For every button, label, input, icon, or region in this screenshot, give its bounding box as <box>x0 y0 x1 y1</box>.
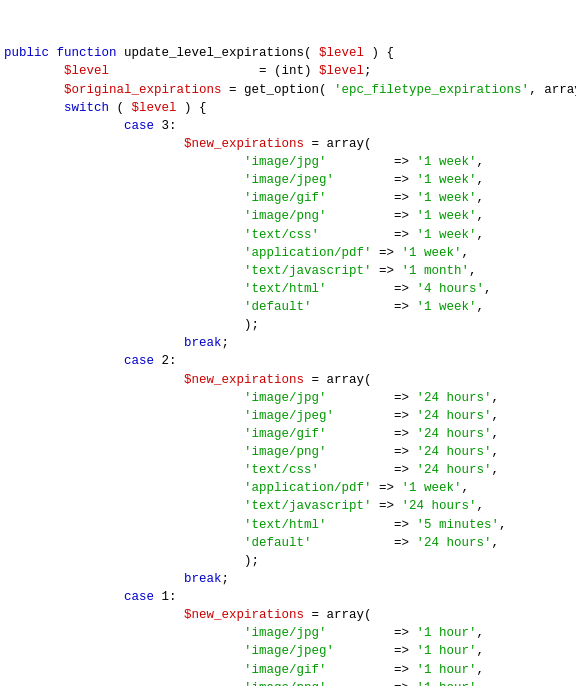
code-line-4: switch ( $level ) { <box>0 99 576 117</box>
code-line-7: 'image/jpg' => '1 week', <box>0 153 576 171</box>
code-line-9: 'image/gif' => '1 week', <box>0 189 576 207</box>
code-line-2: $level = (int) $level; <box>0 62 576 80</box>
code-line-6: $new_expirations = array( <box>0 135 576 153</box>
code-line-25: 'text/css' => '24 hours', <box>0 461 576 479</box>
code-lines: public function update_level_expirations… <box>0 44 576 686</box>
code-line-28: 'text/html' => '5 minutes', <box>0 516 576 534</box>
code-line-35: 'image/jpg' => '1 hour', <box>0 624 576 642</box>
code-line-37: 'image/gif' => '1 hour', <box>0 661 576 679</box>
code-line-10: 'image/png' => '1 week', <box>0 207 576 225</box>
code-line-16: ); <box>0 316 576 334</box>
code-line-33: case 1: <box>0 588 576 606</box>
code-line-17: break; <box>0 334 576 352</box>
code-line-20: $new_expirations = array( <box>0 371 576 389</box>
code-line-15: 'default' => '1 week', <box>0 298 576 316</box>
code-line-11: 'text/css' => '1 week', <box>0 226 576 244</box>
code-container: public function update_level_expirations… <box>0 0 576 686</box>
code-line-22: 'image/jpeg' => '24 hours', <box>0 407 576 425</box>
code-line-38: 'image/png' => '1 hour', <box>0 679 576 686</box>
code-line-27: 'text/javascript' => '24 hours', <box>0 497 576 515</box>
code-line-29: 'default' => '24 hours', <box>0 534 576 552</box>
code-line-26: 'application/pdf' => '1 week', <box>0 479 576 497</box>
code-line-5: case 3: <box>0 117 576 135</box>
code-line-14: 'text/html' => '4 hours', <box>0 280 576 298</box>
code-line-8: 'image/jpeg' => '1 week', <box>0 171 576 189</box>
code-line-12: 'application/pdf' => '1 week', <box>0 244 576 262</box>
code-line-24: 'image/png' => '24 hours', <box>0 443 576 461</box>
code-line-31: break; <box>0 570 576 588</box>
code-line-30: ); <box>0 552 576 570</box>
code-line-21: 'image/jpg' => '24 hours', <box>0 389 576 407</box>
code-line-36: 'image/jpeg' => '1 hour', <box>0 642 576 660</box>
code-line-1: public function update_level_expirations… <box>0 44 576 62</box>
code-line-23: 'image/gif' => '24 hours', <box>0 425 576 443</box>
code-line-34: $new_expirations = array( <box>0 606 576 624</box>
code-line-19: case 2: <box>0 352 576 370</box>
code-line-3: $original_expirations = get_option( 'epc… <box>0 81 576 99</box>
code-line-13: 'text/javascript' => '1 month', <box>0 262 576 280</box>
